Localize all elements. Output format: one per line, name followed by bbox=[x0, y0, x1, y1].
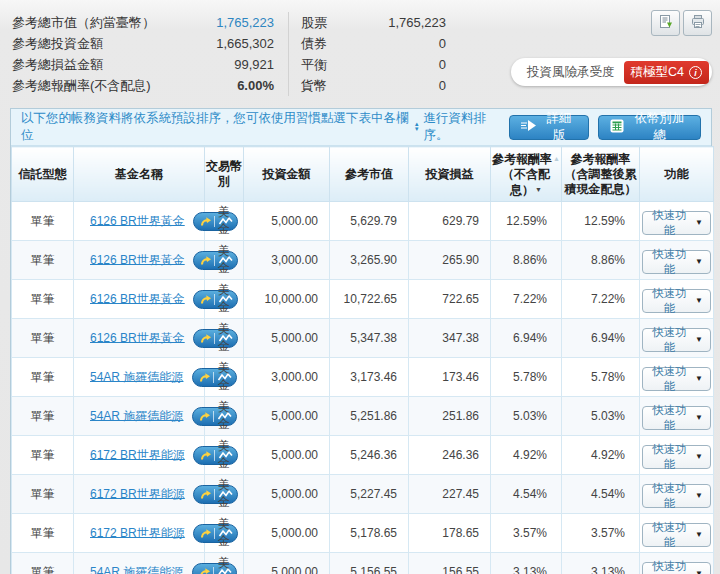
asset-type-label: 貨幣 bbox=[301, 75, 327, 96]
invested-amount-cell: 5,000.00 bbox=[244, 436, 330, 475]
fund-name-cell: 6172 BR世界能源 bbox=[74, 514, 205, 553]
pnl-cell: 251.86 bbox=[409, 397, 491, 436]
fund-tools-pill bbox=[193, 212, 238, 231]
quick-action-button[interactable]: 快速功能 ▼ bbox=[642, 289, 711, 313]
asset-type-money: 貨幣 0 bbox=[301, 75, 446, 96]
sort-notice-text: 以下您的帳務資料將依系統預設排序，您可依使用習慣點選下表中各欄位 bbox=[21, 110, 410, 144]
asset-type-value: 1,765,223 bbox=[388, 12, 446, 33]
dropdown-arrow-icon: ▼ bbox=[695, 218, 703, 227]
fund-name-cell: 6126 BR世界黃金 bbox=[74, 241, 205, 280]
header-fund-name[interactable]: 基金名稱 bbox=[74, 147, 205, 202]
print-button[interactable] bbox=[683, 10, 712, 36]
return-inc-dividend-cell: 3.13% bbox=[562, 553, 640, 574]
header-pnl[interactable]: 投資損益 bbox=[409, 147, 491, 202]
fund-name-cell: 6126 BR世界黃金 bbox=[74, 280, 205, 319]
fund-tools-pill bbox=[193, 446, 238, 465]
market-value-cell: 5,227.45 bbox=[330, 475, 409, 514]
header-currency[interactable]: 交易幣別 bbox=[205, 147, 244, 202]
quick-action-button[interactable]: 快速功能 ▼ bbox=[642, 328, 711, 352]
sort-arrows-icon: ▲▼ bbox=[414, 122, 420, 132]
switch-fund-icon[interactable] bbox=[197, 567, 213, 574]
quick-action-button[interactable]: 快速功能 ▼ bbox=[642, 523, 711, 547]
fund-link[interactable]: 6126 BR世界黃金 bbox=[90, 213, 185, 227]
actions-cell: 快速功能 ▼ bbox=[640, 436, 714, 475]
quick-action-button[interactable]: 快速功能 ▼ bbox=[642, 406, 711, 430]
fund-link[interactable]: 6126 BR世界黃金 bbox=[90, 291, 185, 305]
market-value-cell: 5,178.65 bbox=[330, 514, 409, 553]
switch-fund-icon[interactable] bbox=[198, 528, 214, 539]
trust-type-cell: 單筆 bbox=[12, 319, 74, 358]
actions-cell: 快速功能 ▼ bbox=[640, 241, 714, 280]
trust-type-cell: 單筆 bbox=[12, 280, 74, 319]
return-inc-dividend-cell: 4.54% bbox=[562, 475, 640, 514]
market-value-cell: 5,629.79 bbox=[330, 202, 409, 241]
pnl-cell: 246.36 bbox=[409, 436, 491, 475]
quick-action-button[interactable]: 快速功能 ▼ bbox=[642, 445, 711, 469]
fund-link[interactable]: 6126 BR世界黃金 bbox=[90, 330, 185, 344]
header-trust-type[interactable]: 信託型態 bbox=[12, 147, 74, 202]
sort-ascending-icon[interactable]: ▲ bbox=[553, 155, 560, 162]
dropdown-arrow-icon: ▼ bbox=[695, 491, 703, 500]
actions-cell: 快速功能 ▼ bbox=[640, 280, 714, 319]
export-button[interactable] bbox=[651, 10, 680, 36]
fund-link[interactable]: 6172 BR世界能源 bbox=[90, 525, 185, 539]
market-value-cell: 5,347.38 bbox=[330, 319, 409, 358]
actions-cell: 快速功能 ▼ bbox=[640, 475, 714, 514]
detail-view-button[interactable]: 詳細版 bbox=[509, 115, 589, 140]
fund-link[interactable]: 6172 BR世界能源 bbox=[90, 447, 185, 461]
dropdown-arrow-icon: ▼ bbox=[695, 569, 703, 574]
sort-notice-bar: 以下您的帳務資料將依系統預設排序，您可依使用習慣點選下表中各欄位 ▲▼ 進行資料… bbox=[11, 109, 711, 146]
quick-action-button[interactable]: 快速功能 ▼ bbox=[642, 562, 711, 574]
sort-descending-icon[interactable]: ▼ bbox=[535, 186, 542, 193]
summary-total-pnl: 參考總損益金額 99,921 bbox=[12, 54, 274, 75]
header-invested-amount[interactable]: 投資金額 bbox=[244, 147, 330, 202]
summary-value: 99,921 bbox=[234, 54, 274, 75]
trust-type-cell: 單筆 bbox=[12, 436, 74, 475]
fund-row: 單筆 6126 BR世界黃金 美金 5,000.00 5,629.79 bbox=[12, 202, 714, 241]
header-market-value[interactable]: 參考市值 bbox=[330, 147, 409, 202]
total-by-currency-button[interactable]: 依幣別加總 bbox=[598, 115, 701, 140]
header-return-inc-dividend[interactable]: 參考報酬率（含調整後累積現金配息） bbox=[562, 147, 640, 202]
switch-fund-icon[interactable] bbox=[198, 294, 214, 305]
return-inc-dividend-cell: 4.92% bbox=[562, 436, 640, 475]
fund-link[interactable]: 6172 BR世界能源 bbox=[90, 486, 185, 500]
switch-fund-icon[interactable] bbox=[198, 489, 214, 500]
header-return-ex-dividend[interactable]: 參考報酬率▲ （不含配息）▼ bbox=[491, 147, 562, 202]
info-icon[interactable]: i bbox=[689, 66, 702, 79]
header-return-ex-line2: （不含配息） bbox=[502, 167, 550, 197]
dropdown-arrow-icon: ▼ bbox=[695, 452, 703, 461]
quick-action-button[interactable]: 快速功能 ▼ bbox=[642, 211, 711, 235]
asset-type-value: 0 bbox=[439, 33, 446, 54]
fund-tools-pill bbox=[193, 485, 238, 504]
fund-name-cell: 54AR 施羅德能源 bbox=[74, 397, 205, 436]
pnl-cell: 265.90 bbox=[409, 241, 491, 280]
switch-fund-icon[interactable] bbox=[198, 255, 214, 266]
quick-action-label: 快速功能 bbox=[650, 364, 689, 394]
fund-link[interactable]: 6126 BR世界黃金 bbox=[90, 252, 185, 266]
trust-type-cell: 單筆 bbox=[12, 358, 74, 397]
return-ex-dividend-cell: 12.59% bbox=[491, 202, 562, 241]
quick-action-button[interactable]: 快速功能 ▼ bbox=[642, 367, 711, 391]
fund-link[interactable]: 54AR 施羅德能源 bbox=[90, 564, 183, 574]
fund-row: 單筆 54AR 施羅德能源 美金 5,000.00 5,251.86 bbox=[12, 397, 714, 436]
switch-fund-icon[interactable] bbox=[197, 372, 213, 383]
switch-fund-icon[interactable] bbox=[198, 333, 214, 344]
invested-amount-cell: 5,000.00 bbox=[244, 202, 330, 241]
quick-action-label: 快速功能 bbox=[650, 325, 689, 355]
fund-link[interactable]: 54AR 施羅德能源 bbox=[90, 369, 183, 383]
risk-level-badge[interactable]: 積極型C4 i bbox=[624, 61, 709, 84]
fund-link[interactable]: 54AR 施羅德能源 bbox=[90, 408, 183, 422]
summary-value: 1,665,302 bbox=[216, 33, 274, 54]
switch-fund-icon[interactable] bbox=[198, 450, 214, 461]
market-value-cell: 10,722.65 bbox=[330, 280, 409, 319]
fund-row: 單筆 54AR 施羅德能源 美金 3,000.00 3,173.46 bbox=[12, 358, 714, 397]
asset-type-balanced: 平衡 0 bbox=[301, 54, 446, 75]
summary-total-return: 參考總報酬率(不含配息) 6.00% bbox=[12, 75, 274, 96]
return-ex-dividend-cell: 4.92% bbox=[491, 436, 562, 475]
return-ex-dividend-cell: 3.13% bbox=[491, 553, 562, 574]
quick-action-button[interactable]: 快速功能 ▼ bbox=[642, 484, 711, 508]
switch-fund-icon[interactable] bbox=[198, 216, 214, 227]
summary-total-invested: 參考總投資金額 1,665,302 bbox=[12, 33, 274, 54]
switch-fund-icon[interactable] bbox=[197, 411, 213, 422]
quick-action-button[interactable]: 快速功能 ▼ bbox=[642, 250, 711, 274]
